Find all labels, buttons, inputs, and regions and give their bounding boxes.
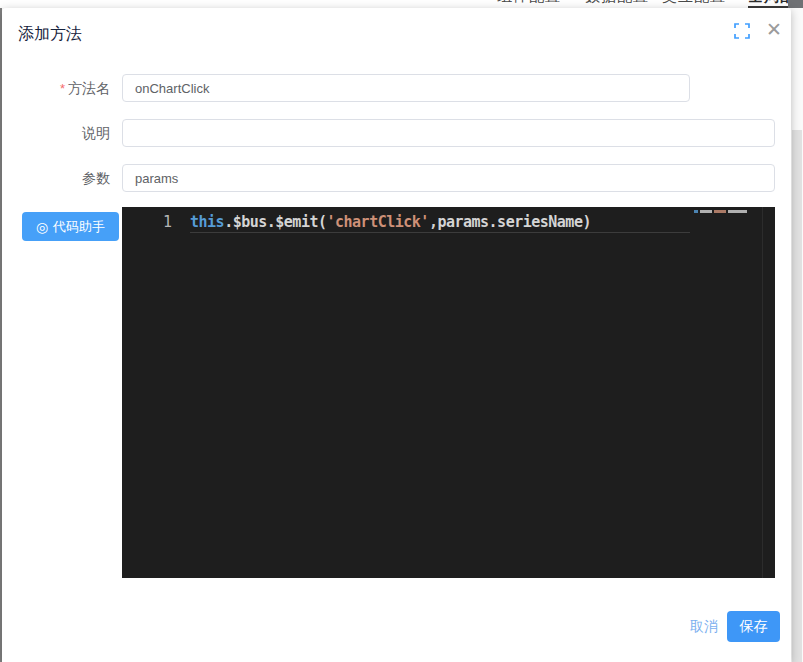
target-circle-icon: ◎ [36, 220, 48, 234]
minimap-divider [762, 207, 763, 578]
active-line-border [190, 232, 690, 233]
code-line[interactable]: this.$bus.$emit('chartClick',params.seri… [190, 213, 591, 231]
field-label-method-name: *方法名 [2, 74, 110, 102]
code-assistant-label: 代码助手 [53, 218, 105, 236]
background-tab[interactable]: 数据配置 [585, 0, 649, 6]
code-editor[interactable]: 1 this.$bus.$emit('chartClick',params.se… [122, 207, 775, 578]
code-token: ,params.seriesName) [429, 213, 591, 231]
page-scrollbar-thumb[interactable] [792, 130, 802, 662]
background-tab[interactable]: 组件配置 [497, 0, 561, 6]
background-header-fragment [788, 0, 803, 8]
fullscreen-icon[interactable] [733, 22, 751, 40]
params-input[interactable] [122, 164, 775, 192]
code-token: 'chartClick' [327, 213, 429, 231]
minimap[interactable] [694, 210, 749, 214]
field-label-text: 方法名 [68, 80, 110, 96]
code-token: .$bus.$emit( [224, 213, 326, 231]
background-tab[interactable]: 交互配置 [662, 0, 726, 6]
minimap-segment [728, 210, 747, 213]
field-label-description: 说明 [2, 119, 110, 147]
code-token: this [190, 213, 224, 231]
cancel-button[interactable]: 取消 [682, 612, 726, 642]
field-label-params: 参数 [2, 164, 110, 192]
field-label-text: 参数 [82, 170, 110, 186]
minimap-segment [714, 210, 726, 213]
close-icon[interactable]: ✕ [763, 18, 785, 42]
code-assistant-button[interactable]: ◎ 代码助手 [22, 212, 119, 241]
line-number: 1 [150, 213, 172, 231]
minimap-segment [700, 210, 712, 213]
minimap-segment [694, 210, 698, 213]
background-tab-strip: 组件配置 数据配置 交互配置 全局配置 [0, 0, 803, 8]
dialog-title: 添加方法 [18, 24, 82, 45]
method-name-input[interactable] [122, 74, 690, 102]
add-method-dialog: 添加方法 ✕ *方法名 说明 参数 ◎ 代码助手 1 this.$bus.$em… [2, 8, 791, 662]
save-button[interactable]: 保存 [727, 611, 780, 642]
field-label-text: 说明 [82, 125, 110, 141]
page-scrollbar[interactable] [791, 8, 803, 662]
required-marker: * [60, 81, 65, 96]
description-input[interactable] [122, 119, 775, 147]
